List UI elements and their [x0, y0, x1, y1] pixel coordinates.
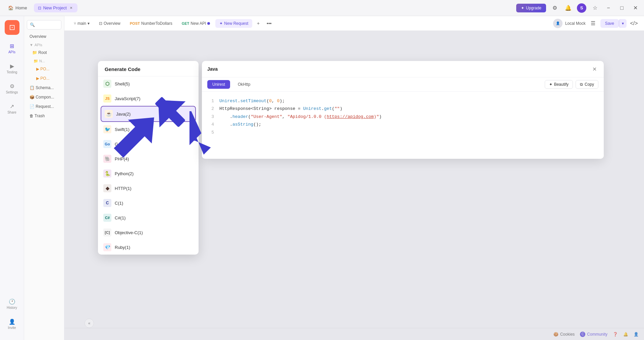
- project-tab[interactable]: ⊡ New Project ✕: [34, 3, 77, 12]
- code-content: 1 Unirest.setTimeout(0, 0); 2 HttpRespon…: [202, 92, 604, 159]
- title-bar: 🏠 Home ⊡ New Project ✕ ✦ Upgrade ⚙ 🔔 S ☆…: [0, 0, 644, 16]
- save-dropdown-icon[interactable]: ▾: [619, 19, 627, 28]
- swift-icon: 🐦: [103, 125, 111, 133]
- language-item-c[interactable]: C C(1): [98, 196, 199, 210]
- sidebar-icons: ⊡ ⊞ APIs ▶ Testing ⚙ Settings ↗ Share 🕐 …: [0, 16, 24, 340]
- code-tabs: Unirest OkHttp ✦ Beautify ⧉ Copy: [202, 77, 604, 92]
- code-line-5: 5: [207, 129, 598, 136]
- c-icon: C: [103, 199, 111, 207]
- unsaved-dot: [207, 22, 210, 25]
- project-icon: ⊡: [38, 6, 41, 10]
- language-item-csharp[interactable]: C# C#(1): [98, 210, 199, 225]
- language-item-python[interactable]: 🐍 Python(2): [98, 166, 199, 181]
- minimize-icon[interactable]: −: [604, 3, 613, 13]
- code-line-1: 1 Unirest.setTimeout(0, 0);: [207, 97, 598, 105]
- go-icon: Go: [103, 140, 111, 148]
- nav-item-po2[interactable]: ▶ PO...: [27, 74, 61, 83]
- overview-icon: ⊡: [99, 21, 102, 26]
- env-avatar[interactable]: 👤: [553, 19, 562, 28]
- python-icon: 🐍: [103, 169, 111, 178]
- language-item-objectivec[interactable]: [C] Objective-C(1): [98, 225, 199, 240]
- branch-chevron-icon: ▾: [88, 21, 90, 26]
- add-tab-icon[interactable]: ＋: [254, 19, 263, 28]
- tab-overview[interactable]: ⊡ Overview: [95, 19, 124, 28]
- nav-item-po1[interactable]: ▶ PO...: [27, 65, 61, 73]
- nav-panel: Overview ▼ APIs 📁 Root 📁 N... ▶ PO... ▶ …: [24, 16, 64, 340]
- method-post-label: POST: [130, 21, 140, 25]
- nav-item-root[interactable]: 📁 Root: [27, 48, 61, 57]
- language-item-javascript[interactable]: JS JavaScript(7): [98, 91, 199, 106]
- tab-newrequest[interactable]: ✦ New Request: [215, 19, 252, 28]
- more-tabs-icon[interactable]: •••: [264, 19, 274, 28]
- maximize-icon[interactable]: □: [617, 3, 627, 13]
- language-item-java[interactable]: ☕ Java(2): [101, 106, 196, 122]
- sidebar-item-invite[interactable]: 👤 Invite: [3, 315, 21, 333]
- nav-item-components[interactable]: 📦 Compon...: [27, 93, 61, 101]
- newrequest-icon: ✦: [219, 21, 223, 26]
- tab-numbertodollars[interactable]: POST NumberToDollars: [126, 19, 176, 28]
- code-panel: Java ✕ Unirest OkHttp ✦ Beautify ⧉ Copy: [202, 61, 604, 159]
- nav-item-trash[interactable]: 🗑 Trash: [27, 112, 61, 120]
- copy-icon: ⧉: [580, 82, 583, 87]
- nav-item-n[interactable]: 📁 N...: [27, 58, 61, 65]
- save-button[interactable]: Save: [600, 19, 619, 28]
- branch-icon: ⑂: [74, 21, 76, 26]
- language-item-http[interactable]: ◆ HTTP(1): [98, 181, 199, 196]
- language-item-php[interactable]: 🐘 PHP(4): [98, 151, 199, 166]
- sidebar-item-share[interactable]: ↗ Share: [3, 99, 21, 118]
- avatar[interactable]: S: [577, 3, 586, 13]
- language-item-ruby[interactable]: 💎 Ruby(1): [98, 240, 199, 255]
- home-tab[interactable]: 🏠 Home: [4, 3, 31, 12]
- sidebar-label-share: Share: [7, 111, 16, 114]
- nav-item-overview[interactable]: Overview: [27, 32, 61, 41]
- tab-unirest[interactable]: Unirest: [207, 80, 230, 89]
- title-bar-right: ✦ Upgrade ⚙ 🔔 S ☆ − □ ✕: [516, 3, 640, 13]
- nav-section-apis[interactable]: ▼ APIs: [27, 42, 61, 48]
- code-panel-close-button[interactable]: ✕: [590, 65, 598, 73]
- settings-icon: ⚙: [10, 83, 14, 89]
- menu-icon[interactable]: ☰: [588, 19, 598, 28]
- share-icon: ↗: [10, 103, 14, 110]
- bookmark-icon[interactable]: ☆: [590, 3, 600, 13]
- tab-newapi[interactable]: GET New API: [178, 19, 214, 28]
- upgrade-icon: ✦: [521, 6, 524, 10]
- sidebar-bottom: 🕐 History 👤 Invite: [3, 294, 21, 336]
- sidebar-item-history[interactable]: 🕐 History: [3, 294, 21, 313]
- window-close-icon[interactable]: ✕: [631, 3, 640, 13]
- javascript-icon: JS: [103, 94, 111, 103]
- language-list: ⬡ Shell(5) JS JavaScript(7) ☕ Java(2): [98, 76, 199, 255]
- content-area: ⑂ main ▾ ⊡ Overview POST NumberToDollars…: [64, 16, 644, 340]
- sidebar-item-settings[interactable]: ⚙ Settings: [3, 79, 21, 98]
- invite-icon: 👤: [9, 319, 15, 325]
- sidebar-item-apis[interactable]: ⊞ APIs: [3, 39, 21, 58]
- language-item-shell[interactable]: ⬡ Shell(5): [98, 76, 199, 91]
- settings-icon[interactable]: ⚙: [550, 3, 559, 13]
- tab-branch[interactable]: ⑂ main ▾: [70, 19, 94, 28]
- shell-icon: ⬡: [103, 80, 111, 88]
- language-item-swift[interactable]: 🐦 Swift(1): [98, 122, 199, 137]
- sidebar-item-testing[interactable]: ▶ Testing: [3, 59, 21, 78]
- modal-title: Generate Code: [98, 61, 199, 76]
- language-item-go[interactable]: Go Go(1): [98, 137, 199, 151]
- upgrade-button[interactable]: ✦ Upgrade: [516, 4, 546, 12]
- beautify-icon: ✦: [549, 82, 552, 87]
- close-tab-icon[interactable]: ✕: [69, 6, 73, 10]
- notifications-icon[interactable]: 🔔: [564, 3, 573, 13]
- ruby-icon: 💎: [103, 243, 111, 251]
- history-icon: 🕐: [9, 298, 15, 305]
- local-mock-selector[interactable]: Local Mock: [565, 21, 586, 26]
- code-tab-actions: ✦ Beautify ⧉ Copy: [545, 80, 598, 89]
- objectivec-icon: [C]: [103, 228, 111, 236]
- beautify-button[interactable]: ✦ Beautify: [545, 80, 573, 89]
- copy-button[interactable]: ⧉ Copy: [576, 80, 598, 89]
- app-logo: ⊡: [5, 20, 19, 35]
- code-icon[interactable]: </>: [629, 19, 639, 28]
- testing-icon: ▶: [10, 63, 14, 69]
- nav-item-requests[interactable]: 📄 Request...: [27, 102, 61, 111]
- tab-okhttp[interactable]: OkHttp: [233, 80, 255, 89]
- top-nav-right: 👤 Local Mock ☰ Save ▾ </>: [553, 19, 639, 28]
- code-line-3: 3 .header("User-Agent", "Apidog/1.0.0 (h…: [207, 113, 598, 121]
- nav-search-input[interactable]: [27, 20, 61, 29]
- nav-item-schema[interactable]: 📋 Schema...: [27, 83, 61, 92]
- sidebar-label-apis: APIs: [8, 50, 15, 54]
